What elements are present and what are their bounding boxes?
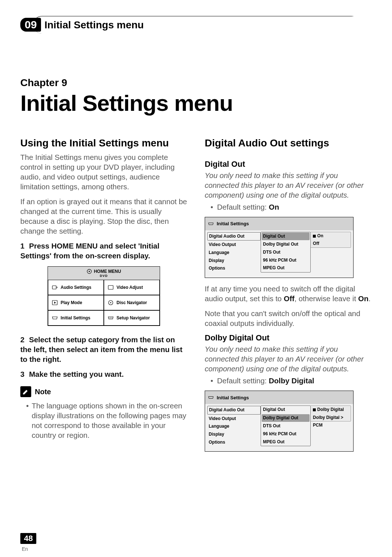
settings-screenshot-dolby-digital: Initial Settings Digital Audio Out Video… [205, 391, 354, 452]
dolby-digital-italic: You only need to make this setting if yo… [205, 344, 372, 374]
svg-rect-4 [108, 286, 113, 290]
step-1-text: Press HOME MENU and select 'Initial Sett… [20, 242, 159, 260]
svg-point-1 [89, 271, 90, 272]
dolby-digital-default: Default setting: Dolby Digital [211, 376, 372, 386]
right-column: Digital Audio Out settings Digital Out Y… [205, 137, 372, 457]
digital-out-heading: Digital Out [205, 160, 372, 169]
tray-icon [208, 222, 214, 226]
content-columns: Using the Initial Settings menu The Init… [20, 137, 372, 457]
note-header: Note [20, 386, 187, 397]
step-2-text: Select the setup category from the list … [20, 335, 183, 363]
square-bullet-icon [313, 235, 316, 238]
page-header: 09 Initial Settings menu [20, 16, 372, 33]
svg-point-7 [110, 302, 111, 303]
home-menu-subtitle: DVD [100, 274, 108, 278]
home-menu-header: HOME MENU DVD [48, 267, 160, 280]
home-menu-cell-audio-settings: Audio Settings [48, 280, 104, 295]
digital-out-italic: You only need to make this setting if yo… [205, 170, 372, 200]
step-3: 3Make the setting you want. [20, 369, 187, 379]
language-code: En [22, 546, 28, 552]
home-menu-diagram: HOME MENU DVD Audio Settings Video Adjus… [48, 266, 160, 326]
optical-coaxial-note: Note that you can't switch on/off the op… [205, 308, 372, 328]
tray-icon [208, 395, 214, 400]
chapter-line: Chapter 9 [20, 77, 372, 89]
note-label: Note [35, 388, 51, 396]
digital-out-default: Default setting: On [211, 202, 372, 212]
using-section-title: Using the Initial Settings menu [20, 137, 187, 149]
step-1: 1Press HOME MENU and select 'Initial Set… [20, 241, 187, 261]
square-bullet-icon [313, 408, 316, 411]
home-menu-cell-initial-settings: Initial Settings [48, 310, 104, 326]
left-column: Using the Initial Settings menu The Init… [20, 137, 187, 457]
page-title: Initial Settings menu [20, 90, 372, 116]
off-on-paragraph: If at any time you need to switch off th… [205, 284, 372, 303]
settings2-col3: Dolby Digital Dolby Digital > PCM [311, 405, 351, 421]
home-menu-cell-setup-navigator: Setup Navigator [104, 310, 160, 326]
note-text: The language options shown in the on-scr… [20, 401, 187, 440]
step-2: 2Select the setup category from the list… [20, 335, 187, 364]
settings-screenshot-digital-out: Initial Settings Digital Audio Out Video… [205, 217, 354, 278]
pencil-icon [20, 386, 31, 397]
left-para-1: The Initial Settings menu gives you comp… [20, 152, 187, 191]
svg-rect-2 [52, 286, 56, 289]
settings2-col2: Digital Out Dolby Digital Out DTS Out 96… [261, 405, 311, 446]
home-menu-cell-video-adjust: Video Adjust [104, 280, 160, 295]
page-number: 48 [20, 533, 36, 544]
digital-audio-section-title: Digital Audio Out settings [205, 137, 372, 149]
settings1-col2: Digital Out Dolby Digital Out DTS Out 96… [261, 232, 311, 273]
step-3-text: Make the setting you want. [29, 370, 124, 378]
header-title: Initial Settings menu [33, 16, 360, 33]
svg-point-3 [57, 287, 58, 288]
settings2-col1: Digital Audio Out Video Output Language … [207, 405, 261, 446]
home-icon [87, 269, 92, 274]
chapter-tab: 09 [20, 18, 41, 32]
settings1-col3: On Off [311, 232, 351, 248]
left-para-2: If an option is grayed out it means that… [20, 197, 187, 236]
settings1-col1: Digital Audio Out Video Output Language … [207, 232, 261, 273]
home-menu-cell-play-mode: Play Mode [48, 295, 104, 310]
home-menu-cell-disc-navigator: Disc Navigator [104, 295, 160, 310]
settings-header-1: Initial Settings [205, 217, 353, 230]
dolby-digital-out-heading: Dolby Digital Out [205, 333, 372, 343]
settings-header-2: Initial Settings [205, 391, 353, 404]
